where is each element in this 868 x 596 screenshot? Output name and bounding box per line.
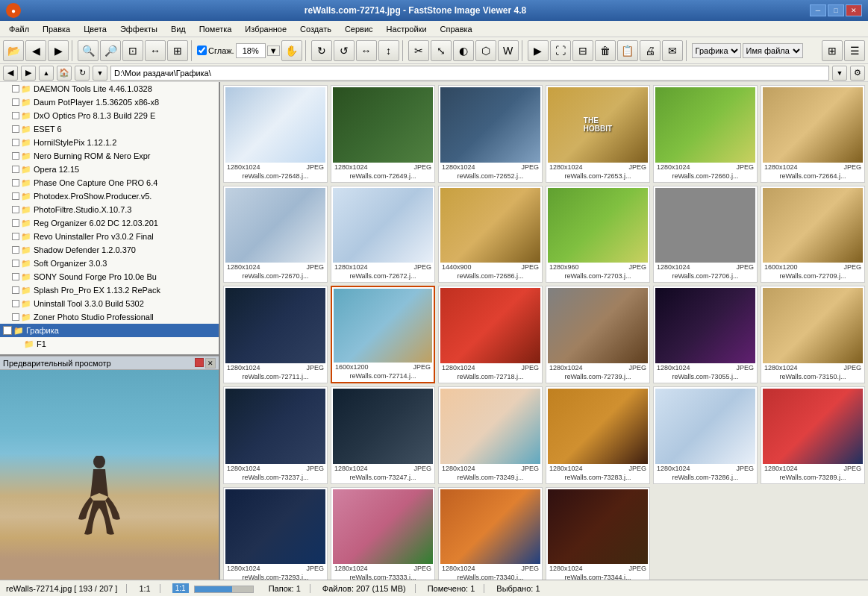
tb-grid-button[interactable]: ⊞: [822, 40, 843, 61]
tree-item-6[interactable]: 📁Nero Burning ROM & Nero Expr: [0, 149, 219, 163]
tree-checkbox[interactable]: [12, 206, 19, 213]
tb-copy-button[interactable]: 📋: [617, 40, 638, 61]
thumbnail-item[interactable]: 1280x1024 JPEG reWalls.com-72739.j...: [546, 286, 650, 383]
tree-item-18[interactable]: 📁Zoner Photo Studio Professionall: [0, 310, 219, 324]
sort-mode-select[interactable]: Имя файла: [743, 43, 803, 58]
nav-addr-dropdown-button[interactable]: ▼: [832, 66, 847, 81]
tree-item-13[interactable]: 📁Shadow Defender 1.2.0.370: [0, 243, 219, 257]
minimize-button[interactable]: ─: [810, 4, 826, 16]
tb-open-button[interactable]: 📂: [3, 40, 24, 61]
thumbnail-item[interactable]: 1280x1024 JPEG reWalls.com-73289.j...: [761, 386, 865, 484]
tree-expand-icon[interactable]: -: [3, 326, 12, 335]
tb-crop-button[interactable]: ✂: [408, 40, 429, 61]
tb-adjust-button[interactable]: ◐: [453, 40, 474, 61]
tree-checkbox[interactable]: [12, 166, 19, 173]
nav-forward-button[interactable]: ▶: [21, 66, 36, 81]
preview-close-button[interactable]: ✕: [205, 358, 216, 368]
tree-item-14[interactable]: 📁Soft Organizer 3.0.3: [0, 257, 219, 270]
tree-checkbox[interactable]: [12, 112, 19, 119]
thumbnail-item[interactable]: 1280x1024 JPEG reWalls.com-73344.j...: [546, 487, 650, 580]
menu-create[interactable]: Создать: [294, 23, 337, 35]
tree-item-15[interactable]: 📁SONY Sound Forge Pro 10.0e Bu: [0, 270, 219, 283]
tree-item-10[interactable]: 📁PhotoFiltre.Studio.X.10.7.3: [0, 203, 219, 216]
tb-fitwin-button[interactable]: ⊡: [122, 40, 143, 61]
zoom-input[interactable]: [236, 43, 266, 58]
thumbnail-item[interactable]: 1280x1024 JPEG reWalls.com-72718.j...: [438, 286, 543, 383]
menu-view[interactable]: Вид: [165, 23, 192, 35]
tree-checkbox[interactable]: [12, 246, 19, 254]
tb-resize-button[interactable]: ⤡: [431, 40, 452, 61]
thumbnail-item[interactable]: 1280x1024 JPEG reWalls.com-72648.j...: [223, 85, 328, 183]
thumbnail-item[interactable]: 1280x1024 JPEG reWalls.com-73150.j...: [761, 286, 865, 383]
thumbnail-item[interactable]: 1280x1024 JPEG reWalls.com-73286.j...: [653, 386, 758, 484]
thumbnail-item[interactable]: 1600x1200 JPEG reWalls.com-72714.j...: [331, 286, 435, 383]
tree-item-1[interactable]: 📁DAEMON Tools Lite 4.46.1.0328: [0, 82, 219, 95]
tree-item-12[interactable]: 📁Revo Uninstaller Pro v3.0.2 Final: [0, 230, 219, 243]
thumbnail-item[interactable]: 1280x1024 JPEG reWalls.com-73055.j...: [653, 286, 758, 383]
tree-item-17[interactable]: 📁Uninstall Tool 3.3.0 Build 5302: [0, 297, 219, 310]
tree-checkbox[interactable]: [12, 286, 19, 294]
tree-checkbox[interactable]: [12, 192, 19, 200]
tb-flip-v-button[interactable]: ↕: [378, 40, 399, 61]
tree-item-16[interactable]: 📁Splash Pro_Pro EX 1.13.2 RePack: [0, 283, 219, 297]
thumbnail-item[interactable]: 1280x1024 JPEG reWalls.com-72711.j...: [223, 286, 328, 383]
nav-options-button[interactable]: ⚙: [850, 66, 865, 81]
tree-checkbox[interactable]: [12, 98, 19, 106]
tree-item-20[interactable]: 📁F1: [0, 337, 219, 351]
tree-item-19[interactable]: -📁Графика: [0, 324, 219, 337]
thumbnail-item[interactable]: 1280x1024 JPEG reWalls.com-73340.j...: [438, 487, 543, 580]
tb-slideshow-button[interactable]: ▶: [528, 40, 549, 61]
thumbnail-item[interactable]: THEHOBBIT 1280x1024 JPEG reWalls.com-726…: [546, 85, 650, 183]
tree-checkbox[interactable]: [12, 233, 19, 240]
nav-up-button[interactable]: ▲: [39, 66, 54, 81]
tree-checkbox[interactable]: [12, 139, 19, 146]
address-bar[interactable]: D:\Мои раздачи\Графика\: [110, 66, 829, 81]
thumbnail-item[interactable]: 1280x1024 JPEG reWalls.com-72649.j...: [331, 85, 435, 183]
menu-help[interactable]: Справка: [434, 23, 478, 35]
tree-item-11[interactable]: 📁Reg Organizer 6.02 DC 12.03.201: [0, 216, 219, 230]
menu-tools[interactable]: Сервис: [339, 23, 379, 35]
nav-back-button[interactable]: ◀: [3, 66, 18, 81]
thumbnail-item[interactable]: 1600x1200 JPEG reWalls.com-72709.j...: [761, 186, 865, 283]
tree-item-5[interactable]: 📁HornilStylePix 1.12.1.2: [0, 136, 219, 149]
tb-fitwidth-button[interactable]: ↔: [145, 40, 166, 61]
thumbnail-item[interactable]: 1280x1024 JPEG reWalls.com-73333.j...: [331, 487, 435, 580]
menu-settings[interactable]: Настройки: [381, 23, 433, 35]
tree-checkbox[interactable]: [12, 219, 19, 227]
thumbnail-item[interactable]: 1280x1024 JPEG reWalls.com-72652.j...: [438, 85, 543, 183]
tree-checkbox[interactable]: [12, 300, 19, 307]
tb-compare-button[interactable]: ⊟: [572, 40, 593, 61]
thumbnail-item[interactable]: 1280x960 JPEG reWalls.com-72703.j...: [546, 186, 650, 283]
tree-item-8[interactable]: 📁Phase One Capture One PRO 6.4: [0, 176, 219, 189]
thumbnail-item[interactable]: 1280x1024 JPEG reWalls.com-72660.j...: [653, 85, 758, 183]
menu-colors[interactable]: Цвета: [78, 23, 113, 35]
tree-item-2[interactable]: 📁Daum PotPlayer 1.5.36205 x86-x8: [0, 95, 219, 109]
menu-mark[interactable]: Пометка: [193, 23, 238, 35]
thumbnail-item[interactable]: 1280x1024 JPEG reWalls.com-72670.j...: [223, 186, 328, 283]
tb-watermark-button[interactable]: W: [498, 40, 519, 61]
tb-next-button[interactable]: ▶: [48, 40, 69, 61]
menu-effects[interactable]: Эффекты: [114, 23, 163, 35]
tb-zoomin-button[interactable]: 🔍: [78, 40, 99, 61]
thumbnail-item[interactable]: 1280x1024 JPEG reWalls.com-73249.j...: [438, 386, 543, 484]
tb-rotate-cw-button[interactable]: ↻: [311, 40, 332, 61]
maximize-button[interactable]: □: [828, 4, 844, 16]
close-button[interactable]: ✕: [846, 4, 862, 16]
thumbnail-item[interactable]: 1440x900 JPEG reWalls.com-72686.j...: [438, 186, 543, 283]
tb-fullscreen-button[interactable]: ⛶: [550, 40, 571, 61]
menu-edit[interactable]: Правка: [37, 23, 76, 35]
tree-item-7[interactable]: 📁Opera 12.15: [0, 163, 219, 176]
thumbnail-item[interactable]: 1280x1024 JPEG reWalls.com-73237.j...: [223, 386, 328, 484]
tree-checkbox[interactable]: [12, 179, 19, 186]
tb-smooth-checkbox[interactable]: Сглаж.: [197, 46, 234, 55]
tb-hand-button[interactable]: ✋: [281, 40, 302, 61]
thumbnail-item[interactable]: 1280x1024 JPEG reWalls.com-72672.j...: [331, 186, 435, 283]
thumbnail-item[interactable]: 1280x1024 JPEG reWalls.com-72706.j...: [653, 186, 758, 283]
view-mode-select[interactable]: Графика: [692, 43, 741, 58]
tb-flip-h-button[interactable]: ↔: [356, 40, 377, 61]
tb-email-button[interactable]: ✉: [662, 40, 683, 61]
thumbnail-item[interactable]: 1280x1024 JPEG reWalls.com-73247.j...: [331, 386, 435, 484]
thumbnail-item[interactable]: 1280x1024 JPEG reWalls.com-73283.j...: [546, 386, 650, 484]
menu-favorites[interactable]: Избранное: [239, 23, 293, 35]
nav-home-button[interactable]: 🏠: [57, 66, 72, 81]
